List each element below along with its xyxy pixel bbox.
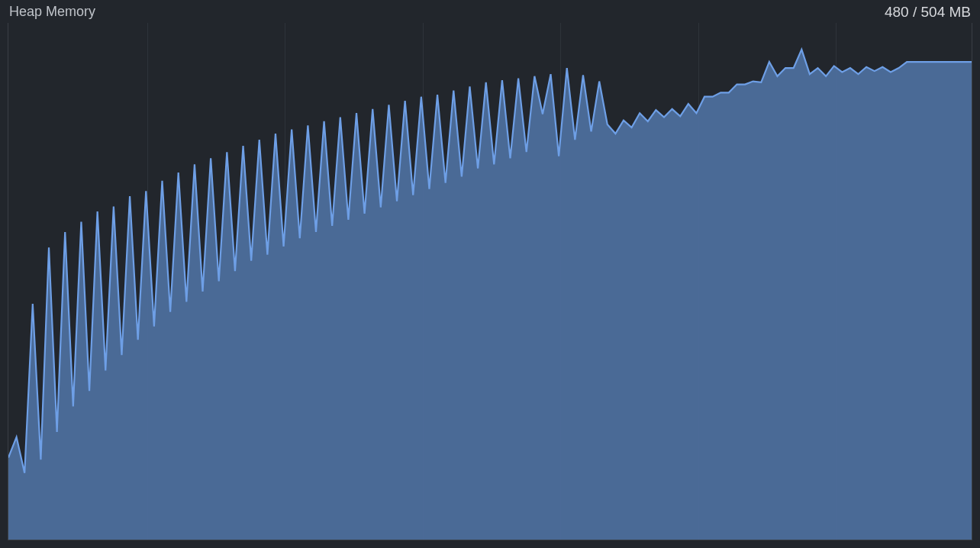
chart-container (8, 23, 972, 540)
memory-area-chart (8, 23, 972, 540)
memory-status: 480 / 504 MB (885, 4, 971, 21)
chart-title: Heap Memory (9, 4, 95, 20)
chart-header: Heap Memory 480 / 504 MB (0, 0, 980, 23)
